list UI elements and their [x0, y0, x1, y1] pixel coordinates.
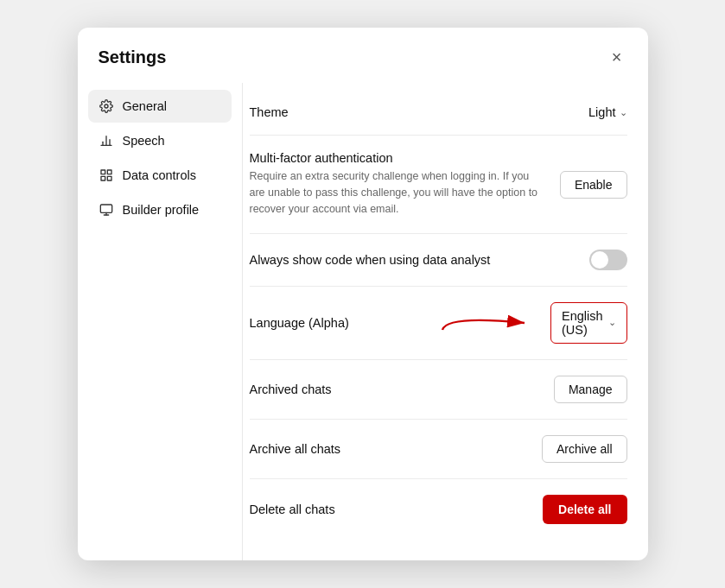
mfa-enable-button[interactable]: Enable — [560, 171, 627, 199]
arrow-svg — [438, 311, 533, 335]
always-show-code-label: Always show code when using data analyst — [250, 253, 589, 267]
language-chevron-icon: ⌄ — [608, 317, 616, 328]
svg-rect-9 — [100, 205, 111, 212]
svg-rect-8 — [107, 177, 111, 181]
svg-rect-5 — [101, 170, 105, 174]
delete-all-button[interactable]: Delete all — [543, 495, 626, 524]
sidebar-item-data-controls[interactable]: Data controls — [88, 159, 232, 192]
settings-content: Theme Light ⌄ Multi-factor authenticatio… — [242, 83, 648, 560]
archive-all-button[interactable]: Archive all — [542, 435, 627, 463]
close-button[interactable]: × — [607, 45, 627, 69]
speech-icon — [99, 133, 114, 149]
sidebar-item-speech[interactable]: Speech — [88, 124, 232, 157]
theme-label: Theme — [250, 105, 589, 119]
mfa-label-block: Multi-factor authentication Require an e… — [250, 151, 546, 217]
gear-icon — [99, 98, 114, 114]
sidebar-item-builder-profile[interactable]: Builder profile — [88, 193, 232, 226]
theme-dropdown[interactable]: Light ⌄ — [588, 105, 626, 119]
mfa-row: Multi-factor authentication Require an e… — [250, 136, 627, 233]
archived-chats-manage-button[interactable]: Manage — [554, 376, 627, 403]
modal-header: Settings × — [78, 28, 648, 83]
delete-all-row: Delete all chats Delete all — [250, 479, 627, 540]
delete-all-label: Delete all chats — [250, 503, 544, 516]
sidebar-item-general[interactable]: General — [88, 90, 232, 123]
svg-point-0 — [105, 104, 108, 108]
archive-all-label: Archive all chats — [250, 442, 542, 456]
sidebar-label-builder-profile: Builder profile — [123, 203, 200, 217]
language-value-text: English (US) — [562, 309, 605, 337]
archived-chats-row: Archived chats Manage — [250, 360, 627, 420]
sidebar-label-data-controls: Data controls — [123, 168, 196, 182]
language-dropdown[interactable]: English (US) ⌄ — [550, 302, 627, 344]
theme-chevron-icon: ⌄ — [620, 107, 627, 118]
archive-all-row: Archive all chats Archive all — [250, 420, 627, 479]
mfa-description: Require an extra security challenge when… — [250, 168, 546, 217]
language-label: Language (Alpha) — [250, 316, 439, 330]
always-show-code-row: Always show code when using data analyst — [250, 234, 627, 287]
always-show-code-toggle[interactable] — [589, 250, 627, 270]
language-arrow-area: English (US) ⌄ — [438, 302, 627, 344]
language-row: Language (Alpha) Engli — [250, 287, 627, 360]
sidebar-label-general: General — [123, 99, 168, 113]
red-arrow-indicator — [438, 311, 540, 335]
theme-row: Theme Light ⌄ — [250, 90, 627, 136]
sidebar-label-speech: Speech — [123, 134, 165, 148]
archived-chats-label: Archived chats — [250, 383, 554, 396]
svg-rect-7 — [101, 177, 105, 181]
settings-modal: Settings × General — [78, 28, 648, 560]
theme-value-text: Light — [588, 105, 615, 119]
data-controls-icon — [99, 168, 114, 183]
modal-body: General Speech — [78, 83, 648, 560]
sidebar: General Speech — [78, 83, 242, 560]
modal-title: Settings — [99, 47, 167, 67]
builder-profile-icon — [99, 202, 114, 218]
mfa-title: Multi-factor authentication — [250, 151, 546, 165]
svg-rect-6 — [107, 170, 111, 174]
